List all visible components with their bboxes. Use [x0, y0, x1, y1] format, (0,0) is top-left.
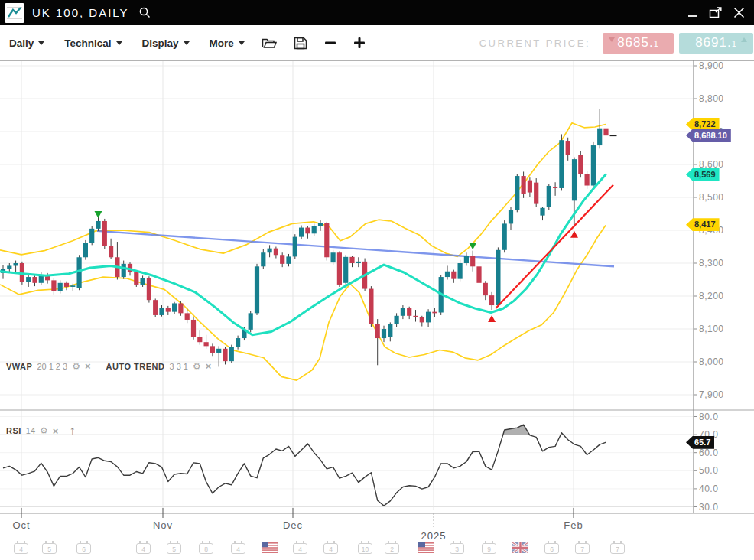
- month-label: Oct: [0, 519, 44, 531]
- candle-body: [407, 308, 411, 316]
- candle-body: [318, 223, 323, 226]
- vwap-remove-icon[interactable]: ×: [85, 360, 91, 372]
- calendar-flag-us-icon[interactable]: [418, 542, 434, 556]
- rsi-axis-label: 30.0: [699, 502, 718, 513]
- candle-body: [324, 223, 329, 258]
- candle-body: [559, 140, 564, 188]
- candle-body: [603, 129, 608, 135]
- candle-body: [420, 317, 424, 322]
- candle-body: [496, 250, 500, 305]
- move-panel-up-icon[interactable]: ↑: [69, 424, 75, 438]
- candle-body: [547, 186, 551, 207]
- calendar-day-icon[interactable]: 4: [14, 543, 28, 554]
- candle-body: [274, 249, 278, 256]
- calendar-day-icon[interactable]: 8: [199, 543, 213, 554]
- last-price-tag: 8,688.10: [686, 129, 731, 142]
- candle-body: [502, 223, 507, 249]
- lower-band-price-tag: 8,417: [686, 218, 720, 231]
- candle-body: [522, 176, 526, 194]
- candle-body: [32, 277, 37, 283]
- candle-body: [166, 308, 171, 312]
- buy-signal-icon: [488, 315, 496, 322]
- candle-body: [96, 221, 100, 229]
- rsi-settings-gear-icon[interactable]: ⚙: [40, 425, 48, 436]
- candle-body: [216, 349, 221, 353]
- candle-body: [401, 308, 405, 316]
- buy-signal-icon: [570, 231, 578, 238]
- sell-signal-icon: [95, 211, 102, 218]
- calendar-day-icon[interactable]: 6: [544, 543, 559, 554]
- calendar-day-icon[interactable]: 7: [575, 543, 590, 554]
- candle-body: [261, 252, 265, 266]
- candle-body: [534, 183, 538, 204]
- rsi-legend-name: RSI: [6, 426, 21, 435]
- calendar-day-icon[interactable]: 4: [323, 543, 338, 554]
- calendar-day-icon[interactable]: 6: [76, 543, 91, 554]
- candle-body: [299, 228, 304, 237]
- candle-body: [369, 289, 373, 324]
- candle-body: [375, 324, 380, 338]
- candle-body: [572, 159, 577, 200]
- calendar-day-icon[interactable]: 4: [231, 543, 245, 554]
- year-label: 2025: [411, 530, 457, 542]
- candle-body: [178, 303, 183, 313]
- candles: [1, 109, 609, 367]
- candle-body: [70, 285, 75, 287]
- candle-body: [464, 256, 469, 263]
- calendar-flag-uk-icon[interactable]: [512, 542, 528, 556]
- candle-body: [591, 145, 596, 185]
- candle-body: [7, 265, 11, 269]
- candle-body: [566, 141, 570, 155]
- candle-body: [197, 337, 202, 342]
- month-label: Dec: [270, 519, 316, 531]
- calendar-day-icon[interactable]: 2: [385, 543, 399, 554]
- autotrend-settings-gear-icon[interactable]: ⚙: [193, 361, 201, 372]
- vwap-legend-params: 20 1 2 3: [37, 362, 67, 371]
- autotrend-remove-icon[interactable]: ×: [206, 360, 212, 372]
- candle-body: [58, 283, 63, 291]
- calendar-day-icon[interactable]: 4: [293, 543, 307, 554]
- candle-body: [210, 346, 215, 353]
- candle-body: [122, 264, 126, 277]
- candle-body: [141, 278, 145, 285]
- vwap-settings-gear-icon[interactable]: ⚙: [72, 361, 80, 372]
- price-axis-label: 8,000: [699, 357, 724, 367]
- candle-body: [134, 272, 138, 285]
- candle-body: [77, 257, 82, 288]
- calendar-day-icon[interactable]: 5: [42, 543, 57, 554]
- calendar-day-icon[interactable]: 9: [482, 543, 496, 554]
- candle-body: [426, 312, 431, 323]
- price-axis-label: 8,900: [699, 60, 724, 71]
- trendline-support[interactable]: [496, 185, 613, 309]
- price-axis-label: 8,100: [699, 324, 724, 334]
- price-axis-label: 7,900: [699, 389, 724, 400]
- calendar-day-icon[interactable]: 4: [136, 543, 151, 554]
- candle-body: [432, 312, 437, 314]
- autotrend-legend-name: AUTO TREND: [106, 362, 165, 371]
- bollinger-lower-line: [0, 226, 606, 381]
- candle-body: [147, 278, 151, 300]
- indicator-legend-row: VWAP 20 1 2 3 ⚙ × AUTO TREND 3 3 1 ⚙ ×: [6, 360, 211, 372]
- candle-body: [223, 349, 227, 361]
- candle-body: [64, 283, 69, 287]
- candle-body: [553, 187, 557, 188]
- month-label: Nov: [140, 519, 186, 531]
- calendar-day-icon[interactable]: 5: [167, 543, 181, 554]
- calendar-day-icon[interactable]: 10: [358, 543, 372, 554]
- candle-body: [293, 237, 297, 257]
- candle-body: [185, 313, 190, 320]
- candle-body: [236, 338, 240, 347]
- calendar-day-icon[interactable]: 7: [610, 543, 625, 554]
- rsi-axis-label: 40.0: [699, 483, 718, 494]
- chart-canvas[interactable]: [0, 0, 754, 560]
- candle-body: [229, 347, 234, 361]
- rsi-remove-icon[interactable]: ×: [53, 425, 59, 437]
- calendar-day-icon[interactable]: 3: [450, 543, 464, 554]
- trendline-resistance[interactable]: [97, 231, 614, 266]
- candle-body: [349, 257, 354, 263]
- candle-body: [585, 174, 590, 185]
- calendar-flag-us-icon[interactable]: [262, 542, 278, 556]
- candle-body: [476, 266, 481, 283]
- candle-body: [388, 324, 392, 337]
- vwap-legend-name: VWAP: [6, 362, 32, 371]
